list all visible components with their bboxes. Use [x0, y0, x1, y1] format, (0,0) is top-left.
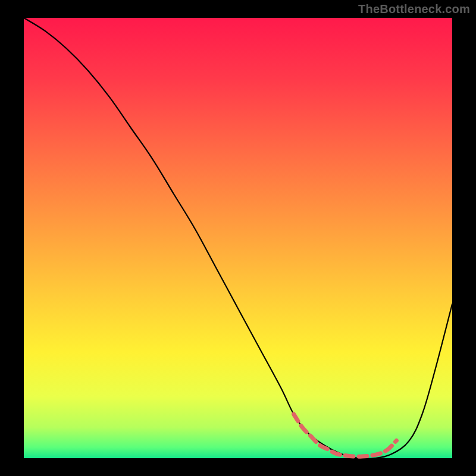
watermark-text: TheBottleneck.com: [358, 2, 470, 16]
bottleneck-chart: [0, 0, 476, 476]
plot-background: [24, 18, 452, 458]
